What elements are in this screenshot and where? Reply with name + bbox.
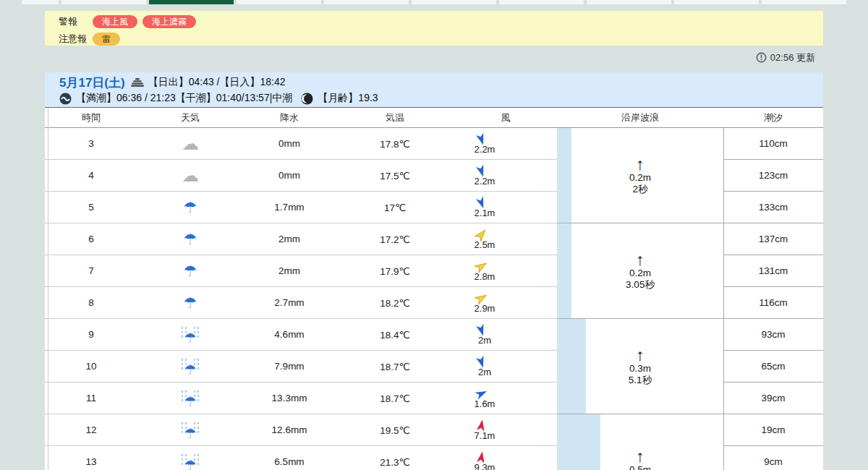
umbrella-icon: ☂ <box>184 231 197 247</box>
alert-banner: 警報 海上風海上濃霧 注意報 雷 <box>45 11 823 46</box>
col-header-tide: 潮汐 <box>723 108 823 127</box>
date-sun-line: 5月17日(土) 【日出】04:43 /【日入】18:42 <box>59 74 823 90</box>
tab-9[interactable] <box>674 0 759 4</box>
date-title: 5月17日(土) <box>59 74 125 91</box>
precip-cell: 6.5mm <box>243 456 336 467</box>
weather-cell: ☂ <box>137 263 243 278</box>
temp-cell: 17.9℃ <box>336 265 454 277</box>
tide-cell: 65cm <box>723 351 823 383</box>
tide-cell: 93cm <box>723 319 823 351</box>
wave-tide-divider <box>723 128 724 470</box>
tab-4[interactable] <box>237 0 321 4</box>
update-icon <box>756 52 767 63</box>
precip-cell: 2mm <box>243 265 336 276</box>
umbrella-icon: ☂ <box>184 263 197 278</box>
wave-group: ↑0.3m5.1秒 <box>557 319 723 414</box>
umbrella-rain-icon: ☂ <box>180 453 200 470</box>
precip-cell: 0mm <box>243 138 336 149</box>
table-row: 9☂4.6mm18.4℃2m <box>45 319 557 351</box>
weather-cell: ☁ <box>137 137 243 151</box>
table-row: 10☂7.9mm18.7℃2m <box>45 351 557 383</box>
weather-cell: ☂ <box>137 231 243 247</box>
temp-cell: 18.2℃ <box>336 297 454 309</box>
tab-1[interactable] <box>22 0 59 4</box>
wind-cell: 2.2m <box>454 132 557 155</box>
tide-cell: 116cm <box>723 287 823 319</box>
wind-cell: 1.6m <box>454 387 557 409</box>
col-header-precip: 降水 <box>243 108 336 127</box>
tide-column: 110cm123cm133cm137cm131cm116cm93cm65cm39… <box>723 128 823 470</box>
hour-cell: 9 <box>45 329 137 340</box>
umbrella-rain-icon: ☂ <box>180 422 200 439</box>
wave-height-label: 0.3m <box>629 363 651 375</box>
umbrella-rain-icon: ☂ <box>180 326 200 343</box>
wind-direction-icon <box>473 449 489 465</box>
col-header-waves: 沿岸波浪 <box>557 108 723 127</box>
wave-height-label: 0.2m <box>629 172 651 184</box>
wind-cell: 2.2m <box>454 164 557 187</box>
warning-badge[interactable]: 海上濃霧 <box>142 15 196 28</box>
hour-cell: 5 <box>45 202 137 213</box>
table-row: 13☂6.5mm21.3℃9.3m <box>45 446 557 470</box>
table-row: 7☂2mm17.9℃2.8m <box>45 255 557 287</box>
col-header-time: 時間 <box>45 108 137 127</box>
weather-cell: ☂ <box>137 390 243 407</box>
tide-cell: 39cm <box>723 383 823 414</box>
precip-cell: 13.3mm <box>243 393 336 403</box>
temp-cell: 17.2℃ <box>336 234 454 245</box>
wave-direction-icon: ↑ <box>636 347 644 363</box>
umbrella-icon: ☂ <box>184 295 197 310</box>
tab-2[interactable] <box>61 0 146 4</box>
temp-cell: 17.5℃ <box>336 170 454 181</box>
table-row: 5☂1.7mm17℃2.1m <box>45 192 557 223</box>
forecast-rows: 3☁0mm17.8℃2.2m4☁0mm17.5℃2.2m5☂1.7mm17℃2.… <box>45 128 557 470</box>
wave-height-bar <box>557 223 571 318</box>
advisory-badge[interactable]: 雷 <box>93 33 120 46</box>
tab-10[interactable] <box>762 0 846 4</box>
tab-8[interactable] <box>587 0 671 4</box>
moon-age: 【月齢】19.3 <box>318 92 378 105</box>
update-time-label: 02:56 更新 <box>770 52 815 63</box>
wind-direction-icon <box>473 417 489 433</box>
wave-period-label: 3.05秒 <box>626 279 655 291</box>
temp-cell: 18.7℃ <box>336 361 454 372</box>
page-background: 警報 海上風海上濃霧 注意報 雷 02:56 更新 5月17日(土) 【日出】0… <box>0 0 868 470</box>
wave-group: ↑0.2m2秒 <box>557 128 723 223</box>
hour-cell: 10 <box>45 361 137 372</box>
tide-cell: 131cm <box>723 255 823 287</box>
advisory-badges: 雷 <box>93 33 120 46</box>
warning-badges: 海上風海上濃霧 <box>93 15 196 28</box>
sun-times: 【日出】04:43 /【日入】18:42 <box>148 76 286 89</box>
forecast-table: 時間 天気 降水 気温 風 沿岸波浪 潮汐 3☁0mm17.8℃2.2m4☁0m… <box>45 107 823 470</box>
weather-cell: ☂ <box>137 358 243 375</box>
advisory-label: 注意報 <box>59 33 96 46</box>
table-row: 6☂2mm17.2℃2.5m <box>45 223 557 255</box>
tide-moon-line: 【満潮】06:36 / 21:23【干潮】01:40/13:57|中潮 【月齢】… <box>59 90 823 106</box>
wave-height-label: 0.2m <box>629 268 651 279</box>
hour-cell: 3 <box>45 138 137 149</box>
precip-cell: 7.9mm <box>243 361 336 372</box>
precip-cell: 2.7mm <box>243 297 336 308</box>
tab-5[interactable] <box>324 0 409 4</box>
tab-6[interactable] <box>412 0 496 4</box>
moon-icon <box>301 93 313 105</box>
hour-cell: 4 <box>45 170 137 181</box>
tide-cell: 9cm <box>723 446 823 470</box>
hour-cell: 11 <box>45 393 137 403</box>
tide-times: 【満潮】06:36 / 21:23【干潮】01:40/13:57|中潮 <box>76 92 292 105</box>
tide-cell: 123cm <box>723 160 823 192</box>
wind-cell: 2m <box>454 323 557 346</box>
tab-3[interactable] <box>149 0 234 4</box>
col-header-temp: 気温 <box>336 108 454 127</box>
precip-cell: 4.6mm <box>243 329 336 340</box>
warning-badge[interactable]: 海上風 <box>93 15 137 28</box>
warning-row: 警報 海上風海上濃霧 <box>59 14 823 29</box>
wave-height-bar <box>557 414 600 470</box>
umbrella-rain-icon: ☂ <box>180 390 200 407</box>
weather-cell: ☂ <box>137 422 243 439</box>
tab-7[interactable] <box>499 0 584 4</box>
precip-cell: 2mm <box>243 234 336 244</box>
weather-cell: ☁ <box>137 168 243 183</box>
temp-cell: 17℃ <box>336 202 454 213</box>
temp-cell: 21.3℃ <box>336 456 454 468</box>
